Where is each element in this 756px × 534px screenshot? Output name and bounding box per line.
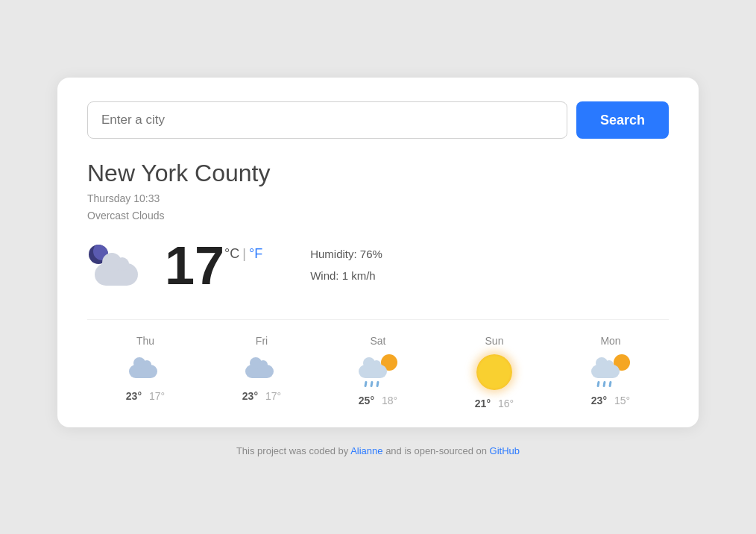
forecast-icon-sat bbox=[359, 354, 397, 387]
forecast-temps-sun: 21° 16° bbox=[475, 398, 514, 409]
cloud-body bbox=[245, 365, 274, 378]
cloud-icon bbox=[95, 263, 138, 286]
forecast-temps-thu: 23° 17° bbox=[126, 390, 165, 402]
city-search-input[interactable] bbox=[87, 101, 567, 139]
forecast-temps-mon: 23° 15° bbox=[591, 395, 630, 406]
weather-card: Search New York County Thursday 10:33 Ov… bbox=[57, 78, 699, 427]
search-row: Search bbox=[87, 101, 669, 139]
forecast-sun: Sun 21° 16° bbox=[436, 335, 552, 409]
temperature-value: 17 bbox=[165, 239, 224, 292]
forecast-icon-thu bbox=[126, 354, 165, 383]
rain-drops bbox=[365, 381, 379, 387]
search-button[interactable]: Search bbox=[576, 101, 669, 139]
current-weather: 17 °C | °F Humidity: 76% Wind: 1 km/h bbox=[87, 239, 669, 292]
footer-github-link[interactable]: GitHub bbox=[490, 445, 520, 456]
day-label-sun: Sun bbox=[485, 335, 504, 347]
high-temp-fri: 23° bbox=[242, 390, 258, 402]
high-temp-mon: 23° bbox=[591, 395, 607, 406]
high-temp-sun: 21° bbox=[475, 398, 491, 409]
footer-middle: and is open-sourced on bbox=[385, 445, 489, 456]
cloud-front bbox=[359, 365, 387, 378]
footer-text: This project was coded by bbox=[236, 445, 350, 456]
day-label-fri: Fri bbox=[256, 335, 268, 347]
day-label-thu: Thu bbox=[136, 335, 154, 347]
forecast-icon-fri bbox=[242, 354, 281, 383]
datetime-condition: Thursday 10:33 Overcast Clouds bbox=[87, 190, 669, 224]
celsius-unit[interactable]: °C bbox=[224, 246, 239, 262]
day-label-sat: Sat bbox=[370, 335, 385, 347]
cloud-body bbox=[129, 365, 157, 378]
temperature-units: °C | °F bbox=[224, 246, 262, 262]
fahrenheit-unit[interactable]: °F bbox=[249, 246, 262, 262]
rain-drops bbox=[597, 381, 611, 387]
cloud-front bbox=[591, 365, 620, 378]
weather-details: Humidity: 76% Wind: 1 km/h bbox=[310, 244, 382, 286]
footer: This project was coded by Alianne and is… bbox=[236, 445, 520, 456]
forecast-fri: Fri 23° 17° bbox=[204, 335, 320, 409]
temperature-display: 17 °C | °F bbox=[165, 239, 262, 292]
humidity-text: Humidity: 76% bbox=[310, 244, 382, 266]
high-temp-sat: 25° bbox=[359, 395, 374, 406]
forecast-icon-sun bbox=[476, 354, 512, 390]
city-name: New York County bbox=[87, 160, 669, 187]
condition-text: Overcast Clouds bbox=[87, 210, 164, 222]
low-temp-sun: 16° bbox=[498, 398, 514, 409]
low-temp-mon: 15° bbox=[614, 395, 630, 406]
low-temp-sat: 18° bbox=[382, 395, 397, 406]
high-temp-thu: 23° bbox=[126, 390, 142, 402]
low-temp-thu: 17° bbox=[149, 390, 165, 402]
forecast-icon-mon bbox=[591, 354, 630, 387]
current-weather-icon bbox=[87, 245, 147, 286]
forecast-row: Thu 23° 17° Fri 23° 17° Sat bbox=[87, 319, 669, 409]
day-label-mon: Mon bbox=[600, 335, 620, 347]
low-temp-fri: 17° bbox=[265, 390, 281, 402]
forecast-sat: Sat 25° 18° bbox=[320, 335, 436, 409]
forecast-mon: Mon 23° 15° bbox=[552, 335, 669, 409]
forecast-thu: Thu 23° 17° bbox=[87, 335, 204, 409]
forecast-temps-fri: 23° 17° bbox=[242, 390, 281, 402]
wind-text: Wind: 1 km/h bbox=[310, 266, 382, 287]
datetime-text: Thursday 10:33 bbox=[87, 192, 160, 204]
unit-separator: | bbox=[242, 246, 246, 262]
forecast-temps-sat: 25° 18° bbox=[359, 395, 397, 406]
footer-author-link[interactable]: Alianne bbox=[350, 445, 382, 456]
